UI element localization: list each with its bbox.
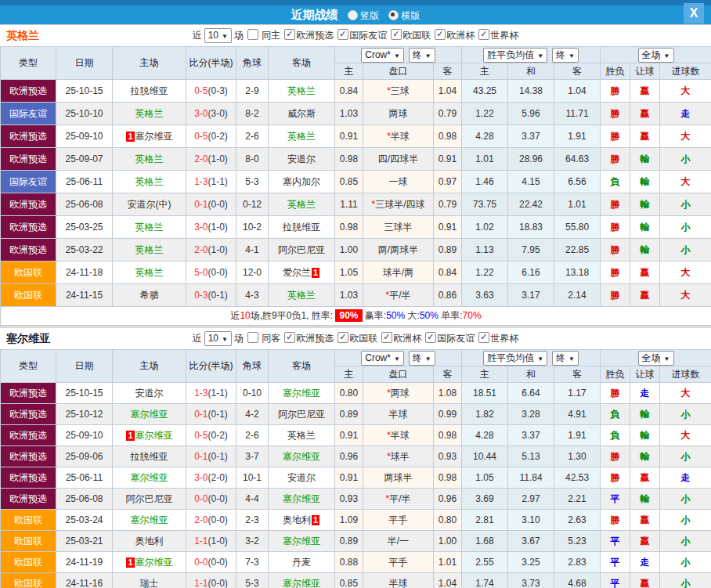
cell-avg-home: 1.22 bbox=[462, 262, 508, 284]
recent-count-select[interactable]: 10▼ bbox=[204, 28, 232, 43]
competition-checkbox[interactable] bbox=[284, 29, 295, 40]
cell-result: 勝 bbox=[601, 148, 630, 171]
cell-handicap-line: 两球半 bbox=[363, 467, 434, 489]
cell-result: 平 bbox=[601, 552, 630, 573]
cell-handicap-result: 贏 bbox=[630, 262, 660, 284]
cell-handicap-result: 輸 bbox=[630, 148, 660, 171]
odds-stage-select[interactable]: 终▼ bbox=[409, 351, 435, 366]
cell-date: 24-11-15 bbox=[56, 284, 113, 307]
cell-avg-away: 11.71 bbox=[554, 103, 601, 125]
cell-competition-type: 欧洲预选 bbox=[1, 383, 56, 404]
cell-handicap-result: 贏 bbox=[630, 103, 660, 125]
line-text: 半球 bbox=[391, 131, 410, 142]
halftime-score: (1-0) bbox=[208, 222, 228, 233]
cell-avg-away: 6.56 bbox=[554, 171, 601, 193]
match-row: 欧洲预选25-03-25英格兰3-0(1-0)10-2拉脱维亚0.98三球半0.… bbox=[1, 216, 711, 239]
cell-date: 25-10-12 bbox=[56, 404, 113, 425]
match-row: 欧国联24-11-16瑞士1-1(0-0)5-3塞尔维亚0.85半球1.041.… bbox=[1, 573, 711, 588]
cell-avg-draw: 3.17 bbox=[508, 284, 554, 307]
column-header: 类型 bbox=[1, 350, 56, 383]
fulltime-score: 1-3 bbox=[194, 388, 208, 399]
cell-score: 0-1(0-1) bbox=[186, 404, 236, 425]
away-team-name: 阿尔巴尼亚 bbox=[278, 244, 325, 255]
vertical-layout-radio[interactable] bbox=[348, 10, 358, 20]
cell-competition-type: 欧国联 bbox=[1, 510, 56, 531]
halftime-score: (0-1) bbox=[208, 290, 228, 301]
summary-text: 70% bbox=[463, 310, 482, 321]
cell-corners: 3-7 bbox=[236, 446, 269, 467]
halftime-score: (3-0) bbox=[208, 108, 228, 119]
vertical-layout-label[interactable]: 竖版 bbox=[360, 10, 379, 21]
cell-handicap-result: 輸 bbox=[630, 171, 660, 193]
summary-text: 90% bbox=[335, 309, 362, 322]
column-header: 主场 bbox=[113, 47, 186, 80]
away-team-name: 塞尔维亚 bbox=[283, 493, 320, 504]
recent-count-select[interactable]: 10▼ bbox=[204, 331, 232, 346]
cell-handicap-line: 两球 bbox=[363, 103, 434, 125]
bookmaker-select[interactable]: Crow*▼ bbox=[361, 351, 404, 366]
chevron-down-icon: ▼ bbox=[394, 52, 400, 60]
cell-score: 2-0(1-0) bbox=[186, 239, 236, 262]
avg-odds-select[interactable]: 胜平负均值▼ bbox=[483, 351, 547, 366]
cell-score: 3-0(3-0) bbox=[186, 103, 236, 125]
competition-checkbox[interactable] bbox=[478, 29, 489, 40]
cell-avg-away: 55.80 bbox=[554, 216, 601, 239]
avg-odds-select[interactable]: 胜平负均值▼ bbox=[483, 48, 547, 63]
halftime-score: (0-2) bbox=[208, 430, 228, 441]
cell-odds-away: 0.98 bbox=[434, 467, 462, 489]
cell-avg-away: 42.53 bbox=[554, 467, 601, 489]
competition-checkbox[interactable] bbox=[381, 332, 392, 343]
cell-result: 負 bbox=[601, 171, 630, 193]
cell-score: 0-5(0-3) bbox=[186, 80, 236, 103]
red-card-badge: 1 bbox=[126, 132, 134, 142]
competition-checkbox[interactable] bbox=[478, 332, 489, 343]
cell-handicap-line: 一球 bbox=[363, 171, 434, 193]
cell-avg-draw: 3.73 bbox=[508, 573, 554, 588]
avg-stage-select[interactable]: 终▼ bbox=[552, 351, 579, 366]
column-header: 客场 bbox=[269, 350, 335, 383]
match-row: 欧洲预选25-06-08安道尔(中)0-1(0-0)0-12英格兰1.11*三球… bbox=[1, 193, 711, 216]
competition-checkbox[interactable] bbox=[435, 29, 446, 40]
cell-avg-home: 73.75 bbox=[462, 193, 508, 216]
same-venue-checkbox[interactable] bbox=[247, 29, 258, 40]
column-header: 胜负 bbox=[601, 63, 630, 80]
column-header: 主 bbox=[462, 366, 508, 383]
summary-text: 赢率: bbox=[363, 310, 387, 321]
halftime-score: (2-0) bbox=[208, 472, 228, 483]
horizontal-layout-radio[interactable] bbox=[388, 10, 399, 20]
avg-stage-select[interactable]: 终▼ bbox=[552, 48, 579, 63]
cell-odds-away: 0.96 bbox=[434, 489, 462, 510]
competition-checkbox[interactable] bbox=[337, 29, 348, 40]
odds-stage-select-value: 终 bbox=[413, 352, 422, 363]
odds-stage-select[interactable]: 终▼ bbox=[409, 48, 435, 63]
cell-score: 1-1(0-0) bbox=[186, 573, 236, 588]
cell-odds-home: 0.98 bbox=[335, 216, 363, 239]
cell-avg-draw: 3.10 bbox=[508, 510, 554, 531]
halftime-score: (0-0) bbox=[208, 267, 228, 278]
competition-checkbox[interactable] bbox=[425, 332, 436, 343]
bookmaker-select[interactable]: Crow*▼ bbox=[361, 48, 404, 63]
cell-goals-result: 大 bbox=[660, 125, 711, 148]
cell-avg-away: 2.14 bbox=[554, 284, 601, 307]
home-team-name: 英格兰 bbox=[135, 222, 164, 233]
cell-home-team: 塞尔维亚 bbox=[113, 404, 186, 425]
cell-competition-type: 欧洲预选 bbox=[1, 467, 56, 489]
cell-avg-away: 1.91 bbox=[554, 125, 601, 148]
competition-checkbox[interactable] bbox=[284, 332, 295, 343]
cell-score: 2-0(1-0) bbox=[186, 148, 236, 171]
horizontal-layout-label[interactable]: 横版 bbox=[401, 10, 420, 21]
match-scope-select[interactable]: 全场▼ bbox=[638, 48, 674, 63]
halftime-score: (0-0) bbox=[208, 199, 228, 210]
cell-odds-home: 0.91 bbox=[335, 425, 363, 446]
competition-checkbox[interactable] bbox=[337, 332, 348, 343]
competition-label: 欧洲预选 bbox=[296, 30, 334, 41]
cell-handicap-result: 贏 bbox=[630, 573, 660, 588]
close-button[interactable]: X bbox=[684, 3, 704, 23]
cell-handicap-line: *半球 bbox=[363, 125, 434, 148]
competition-checkbox[interactable] bbox=[391, 29, 402, 40]
cell-handicap-result: 走 bbox=[630, 383, 660, 404]
chevron-down-icon: ▼ bbox=[425, 355, 431, 363]
match-scope-select[interactable]: 全场▼ bbox=[638, 351, 674, 366]
same-venue-checkbox[interactable] bbox=[247, 332, 258, 343]
cell-result: 勝 bbox=[601, 467, 630, 489]
